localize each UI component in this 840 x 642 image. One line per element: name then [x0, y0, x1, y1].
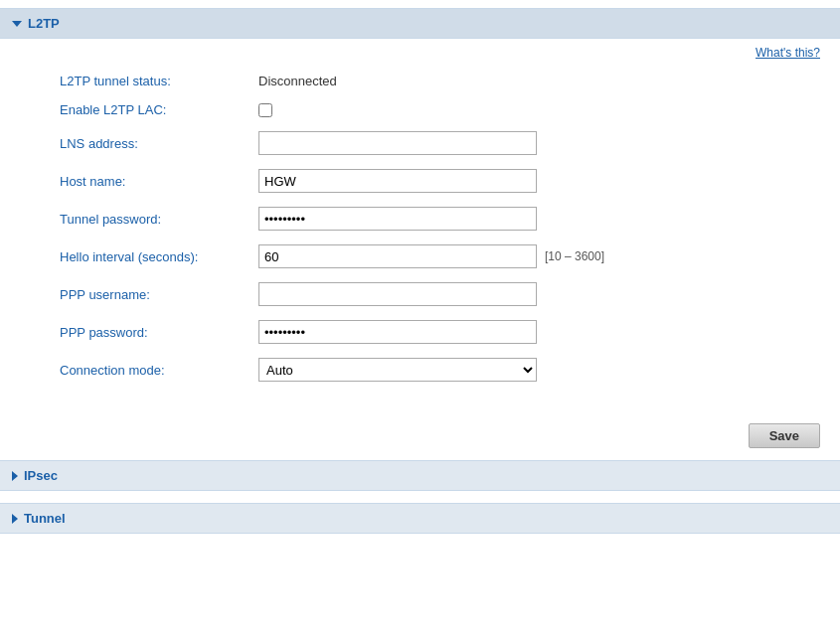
- hello-interval-hint: [10 – 3600]: [545, 249, 604, 263]
- hello-interval-label: Hello interval (seconds):: [60, 249, 258, 264]
- save-row: Save: [0, 423, 840, 448]
- tunnel-password-label: Tunnel password:: [60, 212, 258, 227]
- whats-this-link[interactable]: What's this?: [756, 46, 820, 60]
- host-name-label: Host name:: [60, 174, 258, 189]
- ppp-username-input[interactable]: [258, 282, 537, 306]
- enable-l2tp-label: Enable L2TP LAC:: [60, 102, 258, 117]
- whats-this-row: What's this?: [0, 39, 840, 64]
- tunnel-section-header[interactable]: Tunnel: [0, 503, 840, 534]
- tunnel-section: Tunnel: [0, 503, 840, 534]
- l2tp-form-body: L2TP tunnel status: Disconnected Enable …: [0, 64, 840, 415]
- tunnel-status-row: L2TP tunnel status: Disconnected: [60, 74, 820, 88]
- page-wrapper: L2TP What's this? L2TP tunnel status: Di…: [0, 0, 840, 642]
- connection-mode-select[interactable]: Auto Manual OnDemand: [258, 358, 537, 382]
- l2tp-collapse-icon: [12, 21, 22, 27]
- lns-address-input[interactable]: [258, 131, 537, 155]
- lns-address-row: LNS address:: [60, 131, 820, 155]
- connection-mode-row: Connection mode: Auto Manual OnDemand: [60, 358, 820, 382]
- ppp-password-label: PPP password:: [60, 325, 258, 340]
- ppp-username-row: PPP username:: [60, 282, 820, 306]
- tunnel-title: Tunnel: [24, 511, 66, 526]
- ipsec-expand-icon: [12, 471, 18, 481]
- save-button[interactable]: Save: [749, 423, 820, 448]
- ppp-username-label: PPP username:: [60, 287, 258, 302]
- host-name-row: Host name:: [60, 169, 820, 193]
- hello-interval-input[interactable]: [258, 244, 537, 268]
- ipsec-title: IPsec: [24, 468, 58, 483]
- tunnel-status-label: L2TP tunnel status:: [60, 74, 258, 88]
- ppp-password-input[interactable]: [258, 320, 537, 344]
- host-name-input[interactable]: [258, 169, 537, 193]
- enable-l2tp-row: Enable L2TP LAC:: [60, 102, 820, 117]
- ppp-password-row: PPP password:: [60, 320, 820, 344]
- enable-l2tp-checkbox[interactable]: [258, 103, 272, 117]
- l2tp-section-header[interactable]: L2TP: [0, 8, 840, 39]
- tunnel-expand-icon: [12, 514, 18, 524]
- tunnel-status-value: Disconnected: [258, 74, 337, 88]
- tunnel-password-input[interactable]: [258, 207, 537, 231]
- hello-interval-row: Hello interval (seconds): [10 – 3600]: [60, 244, 820, 268]
- connection-mode-label: Connection mode:: [60, 363, 258, 378]
- lns-address-label: LNS address:: [60, 136, 258, 151]
- ipsec-section: IPsec: [0, 460, 840, 491]
- ipsec-section-header[interactable]: IPsec: [0, 460, 840, 491]
- tunnel-password-row: Tunnel password:: [60, 207, 820, 231]
- l2tp-title: L2TP: [28, 16, 60, 31]
